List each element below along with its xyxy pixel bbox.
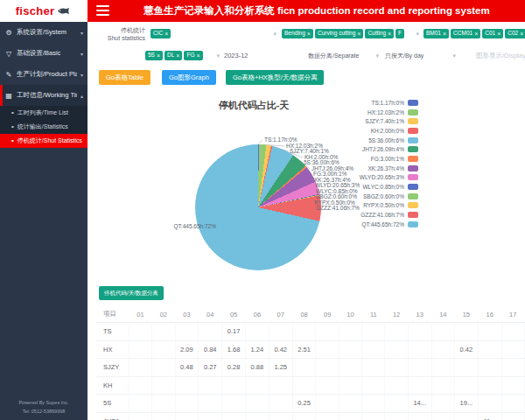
filter-tag[interactable]: F bbox=[396, 29, 404, 38]
filter-tag-label: 5S bbox=[148, 52, 155, 59]
filter-tag-label: F bbox=[398, 31, 402, 37]
tag-close-icon[interactable]: × bbox=[474, 32, 478, 37]
table-cell bbox=[316, 395, 339, 413]
tag-close-icon[interactable]: × bbox=[357, 32, 360, 37]
row-name-cell: KH bbox=[96, 376, 129, 395]
filter-tag[interactable]: C02× bbox=[505, 29, 525, 38]
tag-close-icon[interactable]: × bbox=[520, 32, 523, 37]
go-hx-table-button[interactable]: Go表格+HX换型/天/数据分离 bbox=[226, 70, 324, 85]
legend-item[interactable]: SBGZ:0.60h:0% bbox=[312, 192, 418, 201]
table-cell bbox=[152, 412, 175, 420]
byday-mode-select[interactable]: 只按天/By day ▾ bbox=[383, 48, 458, 63]
tag-close-icon[interactable]: × bbox=[443, 32, 446, 37]
shutdown-code-select[interactable]: 5S×DL×FG×▾ bbox=[144, 48, 222, 63]
sidebar-subitem[interactable]: •统计输出/Statistics bbox=[0, 120, 88, 134]
legend-item[interactable]: FG:3.00h:1% bbox=[312, 154, 418, 164]
tag-close-icon[interactable]: × bbox=[388, 32, 391, 37]
sidebar-item[interactable]: ⚙系统设置/System▾ bbox=[0, 22, 88, 43]
tag-close-icon[interactable]: × bbox=[164, 32, 168, 37]
edit-icon: ✎ bbox=[4, 71, 13, 79]
legend-item[interactable]: 5S:36.00h:6% bbox=[312, 136, 418, 145]
table-section-button[interactable]: 停机代码/天/数据分离 bbox=[99, 286, 164, 300]
tag-close-icon[interactable]: × bbox=[157, 53, 160, 59]
sidebar-item-label: 基础设置/Basic bbox=[17, 49, 60, 58]
legend-item[interactable]: TS:1.17h:0% bbox=[312, 98, 418, 108]
legend-item[interactable]: JHTJ:26.09h:4% bbox=[312, 144, 418, 154]
table-cell bbox=[292, 412, 316, 420]
sidebar-item[interactable]: ▦工时信息/Working Time▴ bbox=[0, 85, 88, 106]
filter-tag[interactable]: Curving cutting× bbox=[315, 29, 363, 38]
graph-display-input[interactable] bbox=[472, 48, 525, 63]
process-select[interactable]: Bending×Curving cutting×Cutting×F▾ bbox=[280, 26, 422, 41]
pie-chart[interactable] bbox=[195, 144, 321, 270]
legend-item[interactable]: WLYD:20.65h:3% bbox=[312, 173, 418, 183]
table-row: TS0.17 bbox=[96, 323, 525, 341]
filter-tag-label: CIC bbox=[153, 31, 163, 37]
stat-type-select[interactable]: CIC×▾ bbox=[149, 26, 279, 41]
table-cell bbox=[362, 395, 385, 413]
legend-color-chip bbox=[408, 146, 418, 152]
legend-item-label: SJZY:7.40h:1% bbox=[365, 118, 404, 124]
sidebar-menu: ⚙系统设置/System▾▽基础设置/Basic▾✎生产计划/Product P… bbox=[0, 22, 88, 148]
sidebar-subitem[interactable]: •工时列表/Time List bbox=[0, 106, 88, 120]
legend-item-label: FG:3.00h:1% bbox=[371, 156, 404, 162]
menu-toggle-icon[interactable] bbox=[96, 5, 109, 16]
table-cell: 0.84 bbox=[199, 340, 222, 359]
legend-item[interactable]: QT:445.65h:72% bbox=[312, 220, 418, 229]
column-header: 08 bbox=[292, 306, 316, 323]
bullet-icon: • bbox=[11, 109, 14, 116]
legend-item-label: JHTJ:26.09h:4% bbox=[362, 146, 404, 152]
table-cell bbox=[362, 376, 385, 395]
data-table-container: 项目0102030405060708091011121314151617TS0.… bbox=[96, 306, 525, 420]
separate-mode-select[interactable]: 数据分离/Separate ▾ bbox=[306, 48, 382, 63]
column-header: 项目 bbox=[96, 306, 129, 323]
tag-close-icon[interactable]: × bbox=[196, 53, 200, 59]
table-cell bbox=[152, 395, 175, 413]
filter-tag[interactable]: BM01× bbox=[424, 29, 449, 38]
legend-item[interactable]: WLYC:0.85h:0% bbox=[312, 182, 418, 192]
table-cell bbox=[129, 359, 151, 377]
month-input[interactable] bbox=[220, 48, 308, 63]
go-table-button[interactable]: Go表格Table bbox=[99, 70, 150, 85]
table-cell bbox=[454, 359, 478, 377]
legend-color-chip bbox=[408, 128, 418, 134]
filter-tag[interactable]: DL× bbox=[164, 51, 182, 60]
table-cell bbox=[175, 376, 199, 395]
machine-select[interactable]: BM01×CCM01×C01×C02× bbox=[422, 26, 525, 41]
column-header: 10 bbox=[339, 306, 361, 323]
sidebar-item[interactable]: ✎生产计划/Product Plan▾ bbox=[0, 64, 88, 85]
tag-close-icon[interactable]: × bbox=[497, 32, 500, 37]
legend-item[interactable]: GZZZ:41.06h:7% bbox=[312, 210, 418, 220]
filter-tag[interactable]: Cutting× bbox=[365, 29, 394, 38]
table-cell bbox=[385, 376, 408, 395]
filter-tag[interactable]: C01× bbox=[482, 29, 503, 38]
table-cell bbox=[478, 395, 501, 413]
table-cell bbox=[222, 395, 246, 413]
tag-close-icon[interactable]: × bbox=[176, 53, 179, 59]
filter-tag[interactable]: 5S× bbox=[145, 51, 163, 60]
sidebar-item[interactable]: ▽基础设置/Basic▾ bbox=[0, 43, 88, 64]
table-cell bbox=[316, 359, 339, 377]
legend-item[interactable]: HX:12.03h:2% bbox=[312, 108, 418, 117]
tag-close-icon[interactable]: × bbox=[307, 32, 311, 37]
filter-tag[interactable]: FG× bbox=[184, 51, 202, 60]
app-window: fischer 慧鱼生产记录输入和分析系统 ficn production re… bbox=[0, 0, 525, 420]
legend-item[interactable]: RYPX:0.50h:0% bbox=[312, 201, 418, 211]
filter-tag[interactable]: CIC× bbox=[150, 29, 171, 38]
legend-item[interactable]: XK:26.37h:4% bbox=[312, 164, 418, 173]
sidebar-subitem[interactable]: •停机统计/Shut Statistics bbox=[0, 134, 88, 148]
legend-item[interactable]: SJZY:7.40h:1% bbox=[312, 116, 418, 126]
table-cell bbox=[245, 395, 269, 413]
table-cell bbox=[408, 376, 431, 395]
filter-section-label: 停机统计 Shut statistics bbox=[94, 26, 145, 43]
table-cell bbox=[501, 376, 524, 395]
sidebar: ⚙系统设置/System▾▽基础设置/Basic▾✎生产计划/Product P… bbox=[0, 22, 88, 420]
go-graph-button[interactable]: Go图形Graph bbox=[162, 70, 216, 85]
filter-tag[interactable]: CCM01× bbox=[451, 29, 480, 38]
table-cell: 2.51 bbox=[292, 340, 316, 359]
legend-item[interactable]: KH:2.00h:0% bbox=[312, 126, 418, 136]
table-cell bbox=[339, 412, 361, 420]
filter-tag-label: Curving cutting bbox=[318, 31, 355, 37]
filter-tag[interactable]: Bending× bbox=[282, 29, 313, 38]
legend-item-label: TS:1.17h:0% bbox=[371, 100, 404, 106]
